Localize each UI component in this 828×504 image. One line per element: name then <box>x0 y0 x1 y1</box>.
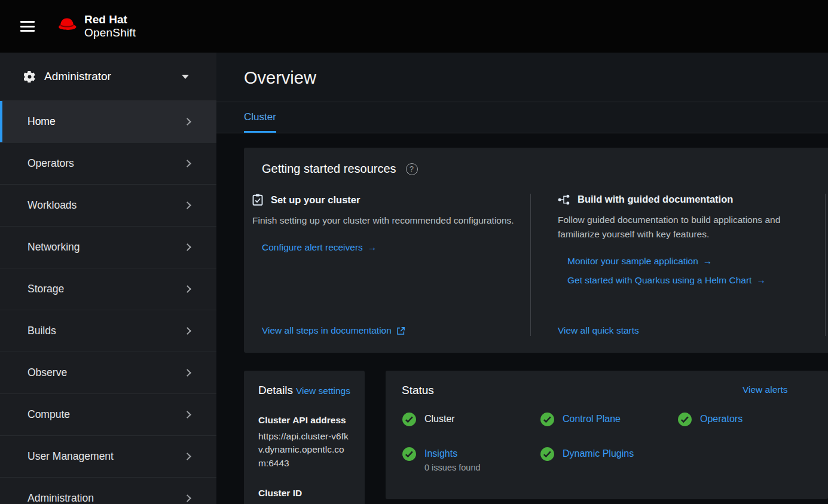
clipped-column <box>826 194 828 336</box>
main-content: Overview Cluster Getting started resourc… <box>216 53 828 504</box>
logo-line1: Red Hat <box>84 13 136 26</box>
menu-icon[interactable] <box>20 21 35 32</box>
external-link-icon <box>397 327 405 335</box>
sidebar-item-user-management[interactable]: User Management <box>0 436 216 478</box>
sidebar-item-label: Operators <box>28 157 74 170</box>
arrow-right-icon: → <box>368 242 377 252</box>
chevron-right-icon <box>184 201 191 209</box>
sidebar-item-label: Home <box>28 115 56 128</box>
insights-issues-count: 0 issues found <box>424 463 481 472</box>
sidebar-item-builds[interactable]: Builds <box>0 310 216 352</box>
chevron-right-icon <box>184 494 191 502</box>
insights-link[interactable]: Insights <box>424 448 457 459</box>
cluster-api-address-label: Cluster API address <box>258 415 350 426</box>
chevron-right-icon <box>184 243 191 251</box>
chevron-right-icon <box>184 160 191 167</box>
masthead: Red Hat OpenShift <box>0 0 828 53</box>
operators-link[interactable]: Operators <box>700 414 743 424</box>
arrow-right-icon: → <box>756 275 766 285</box>
view-settings-link[interactable]: View settings <box>296 386 350 396</box>
view-all-steps-link[interactable]: View all steps in documentation <box>262 325 405 336</box>
check-circle-icon <box>677 412 692 427</box>
status-item-dynamic-plugins: Dynamic Plugins <box>540 448 677 472</box>
check-circle-icon <box>540 412 555 427</box>
monitor-sample-application-link[interactable]: Monitor your sample application→ <box>567 256 809 267</box>
chevron-right-icon <box>184 453 191 460</box>
status-item-operators: Operators <box>677 414 821 427</box>
arrow-right-icon: → <box>703 256 713 266</box>
sidebar-item-observe[interactable]: Observe <box>0 352 216 394</box>
status-card: Status View alerts Cluster Control Plane… <box>386 371 828 499</box>
status-item-control-plane: Control Plane <box>540 414 677 427</box>
chevron-right-icon <box>184 369 191 377</box>
details-title: Details <box>258 384 293 397</box>
logo-line2: OpenShift <box>84 26 136 39</box>
sidebar-item-label: Administration <box>28 492 94 504</box>
sidebar-item-storage[interactable]: Storage <box>0 268 216 310</box>
chevron-right-icon <box>184 327 191 335</box>
sidebar-item-workloads[interactable]: Workloads <box>0 185 216 227</box>
status-item-insights: Insights 0 issues found <box>402 448 540 472</box>
status-title: Status <box>402 384 434 397</box>
sidebar: Administrator Home Operators Workloads N… <box>0 53 216 504</box>
page-title: Overview <box>244 68 814 102</box>
redhat-openshift-logo: Red Hat OpenShift <box>55 13 136 39</box>
cluster-id-label: Cluster ID <box>258 488 350 499</box>
chevron-right-icon <box>184 118 191 126</box>
route-icon <box>558 194 570 205</box>
guided-documentation-title: Build with guided documentation <box>578 194 733 205</box>
status-item-cluster: Cluster <box>402 414 540 427</box>
content-area: Getting started resources ? Set up your … <box>216 133 828 504</box>
sidebar-item-administration[interactable]: Administration <box>0 478 216 504</box>
sidebar-item-label: User Management <box>28 450 114 463</box>
red-hat-fedora-icon <box>55 15 79 32</box>
setup-cluster-title: Set up your cluster <box>271 194 360 206</box>
view-all-quick-starts-link[interactable]: View all quick starts <box>558 325 639 336</box>
check-circle-icon <box>402 447 417 462</box>
tab-bar: Cluster <box>216 102 828 133</box>
sidebar-item-label: Storage <box>28 283 64 295</box>
details-card: Details View settings Cluster API addres… <box>244 371 365 504</box>
setup-cluster-column: Set up your cluster Finish setting up yo… <box>252 194 530 336</box>
sidebar-item-networking[interactable]: Networking <box>0 227 216 268</box>
perspective-switcher[interactable]: Administrator <box>0 53 216 100</box>
sidebar-item-label: Builds <box>28 325 56 337</box>
gear-icon <box>24 71 35 83</box>
cluster-api-address-value: https://api.cluster-v6fkv.dynamic.opentl… <box>258 430 350 470</box>
view-alerts-link[interactable]: View alerts <box>743 384 788 395</box>
caret-down-icon <box>182 75 189 79</box>
check-circle-icon <box>402 412 417 427</box>
sidebar-item-label: Observe <box>28 366 67 379</box>
check-circle-icon <box>540 447 555 462</box>
quarkus-helm-chart-link[interactable]: Get started with Quarkus using a Helm Ch… <box>567 275 809 286</box>
guided-documentation-column: Build with guided documentation Follow g… <box>530 194 826 336</box>
chevron-right-icon <box>184 411 191 419</box>
sidebar-item-compute[interactable]: Compute <box>0 394 216 436</box>
configure-alert-receivers-link[interactable]: Configure alert receivers→ <box>262 242 515 253</box>
dynamic-plugins-link[interactable]: Dynamic Plugins <box>563 448 634 459</box>
guided-documentation-description: Follow guided documentation to build app… <box>558 213 809 242</box>
perspective-label: Administrator <box>44 70 111 83</box>
chevron-right-icon <box>184 285 191 293</box>
control-plane-link[interactable]: Control Plane <box>563 414 621 424</box>
getting-started-title: Getting started resources <box>262 162 396 176</box>
setup-cluster-description: Finish setting up your cluster with reco… <box>252 213 515 228</box>
page-header: Overview <box>216 53 828 102</box>
sidebar-item-label: Workloads <box>28 199 77 212</box>
help-icon[interactable]: ? <box>406 163 418 175</box>
clipboard-check-icon <box>252 194 263 206</box>
sidebar-item-label: Networking <box>28 241 80 253</box>
sidebar-item-operators[interactable]: Operators <box>0 143 216 185</box>
tab-cluster[interactable]: Cluster <box>244 111 276 133</box>
getting-started-card: Getting started resources ? Set up your … <box>244 148 828 353</box>
sidebar-item-home[interactable]: Home <box>0 101 216 143</box>
sidebar-nav: Home Operators Workloads Networking Stor… <box>0 100 216 504</box>
sidebar-item-label: Compute <box>28 408 70 421</box>
